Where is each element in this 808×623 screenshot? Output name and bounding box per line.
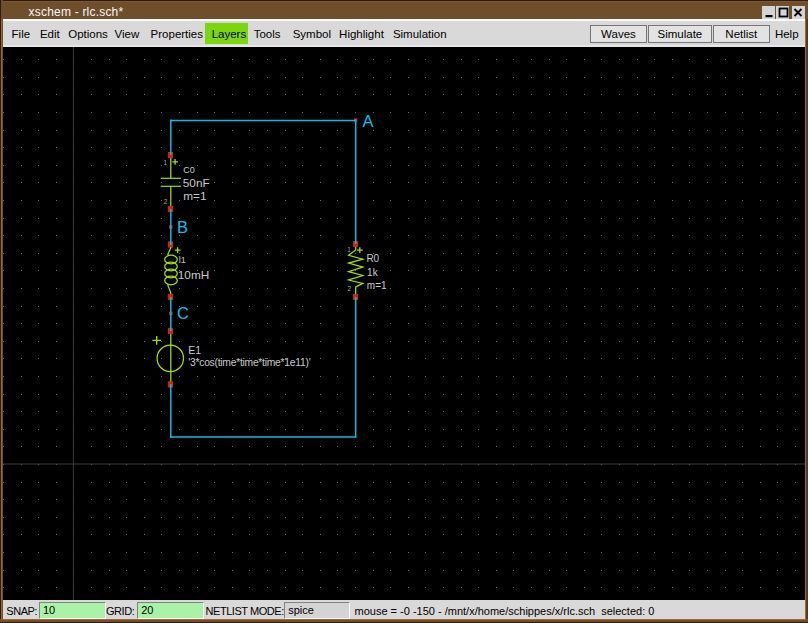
svg-text:E1: E1 bbox=[188, 344, 201, 356]
svg-text:1: 1 bbox=[164, 159, 168, 166]
svg-text:R0: R0 bbox=[366, 253, 379, 264]
svg-text:2: 2 bbox=[164, 198, 168, 205]
svg-text:1: 1 bbox=[347, 246, 351, 253]
svg-text:l1: l1 bbox=[179, 255, 186, 265]
svg-text:1k: 1k bbox=[367, 267, 379, 278]
svg-text:C0: C0 bbox=[183, 165, 195, 175]
svg-text:C: C bbox=[177, 304, 189, 322]
svg-text:A: A bbox=[363, 112, 374, 130]
svg-text:10mH: 10mH bbox=[178, 268, 209, 282]
svg-text:B: B bbox=[177, 218, 188, 236]
svg-text:m=1: m=1 bbox=[183, 189, 206, 203]
svg-text:'3*cos(time*time*time*1e11)': '3*cos(time*time*time*1e11)' bbox=[188, 357, 310, 368]
svg-text:m=1: m=1 bbox=[367, 280, 387, 291]
svg-text:2: 2 bbox=[347, 285, 351, 292]
